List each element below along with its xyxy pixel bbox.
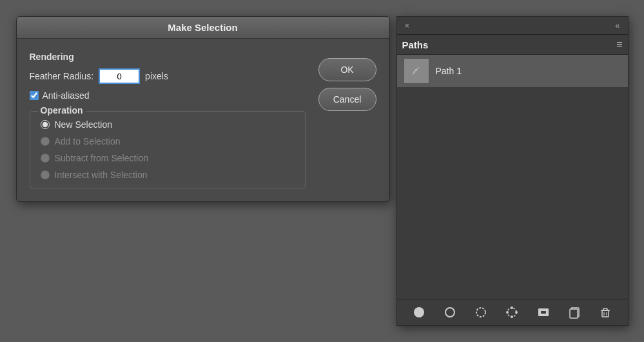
path-item[interactable]: Path 1: [397, 55, 628, 87]
new-path-btn[interactable]: [565, 303, 583, 321]
svg-rect-13: [570, 309, 578, 318]
paths-empty-area: [397, 193, 628, 299]
radio-new-selection-label: New Selection: [55, 119, 113, 130]
radio-subtract-selection-label: Subtract from Selection: [55, 153, 149, 163]
anti-aliased-label: Anti-aliased: [43, 90, 90, 101]
cancel-button[interactable]: Cancel: [318, 88, 376, 111]
add-mask-btn[interactable]: [534, 303, 552, 321]
paths-panel-menu-icon[interactable]: ≡: [616, 39, 622, 50]
panel-close-icon[interactable]: ×: [402, 19, 413, 32]
svg-point-6: [511, 307, 513, 309]
ok-button[interactable]: OK: [318, 58, 376, 81]
paths-toolbar: [397, 299, 628, 325]
svg-point-2: [414, 307, 424, 317]
dialog-title: Make Selection: [17, 17, 389, 39]
load-path-btn[interactable]: [472, 303, 490, 321]
radio-add-selection[interactable]: Add to Selection: [41, 136, 295, 146]
rendering-label: Rendering: [30, 52, 306, 62]
make-path-btn[interactable]: [503, 303, 521, 321]
feather-label: Feather Radius:: [30, 71, 94, 81]
radio-new-selection-input[interactable]: [41, 120, 50, 129]
radio-add-selection-label: Add to Selection: [55, 136, 121, 146]
stroke-path-btn[interactable]: [441, 303, 459, 321]
anti-aliased-checkbox[interactable]: [30, 91, 39, 100]
radio-intersect-selection-label: Intersect with Selection: [55, 170, 148, 180]
radio-intersect-selection[interactable]: Intersect with Selection: [41, 170, 295, 180]
radio-new-selection[interactable]: New Selection: [41, 119, 295, 130]
paths-panel: × « Paths ≡ Path 1: [396, 16, 629, 326]
svg-rect-16: [603, 308, 607, 310]
delete-path-btn[interactable]: [596, 303, 614, 321]
operation-label: Operation: [38, 105, 86, 116]
panel-collapse-icon[interactable]: «: [612, 19, 622, 32]
radio-add-selection-input[interactable]: [41, 137, 50, 146]
fill-path-btn[interactable]: [410, 303, 428, 321]
svg-rect-14: [602, 310, 609, 317]
radio-intersect-selection-input[interactable]: [41, 170, 50, 179]
svg-point-8: [511, 316, 513, 318]
paths-panel-topbar: × «: [397, 17, 628, 35]
svg-marker-0: [412, 66, 420, 75]
svg-rect-11: [541, 311, 546, 314]
paths-panel-title: Paths: [402, 39, 429, 50]
paths-list: Path 1: [397, 55, 628, 193]
path-thumbnail: [404, 58, 429, 84]
svg-point-4: [476, 308, 485, 317]
radio-subtract-selection-input[interactable]: [41, 154, 50, 163]
feather-unit: pixels: [145, 71, 168, 81]
feather-radius-input[interactable]: [99, 68, 140, 84]
path-thumbnail-icon: [407, 61, 426, 81]
rendering-section: Rendering Feather Radius: pixels Anti-al…: [30, 52, 306, 101]
operation-section: Operation New Selection Add to Selection…: [30, 111, 306, 188]
radio-subtract-selection[interactable]: Subtract from Selection: [41, 153, 295, 163]
svg-point-9: [506, 311, 509, 314]
svg-point-7: [515, 311, 518, 314]
svg-point-3: [445, 308, 454, 317]
path-name: Path 1: [436, 66, 462, 76]
make-selection-dialog: Make Selection Rendering Feather Radius:…: [16, 16, 390, 202]
svg-point-5: [507, 308, 516, 317]
paths-title-row: Paths ≡: [397, 35, 628, 55]
dialog-actions: OK Cancel: [318, 52, 376, 188]
